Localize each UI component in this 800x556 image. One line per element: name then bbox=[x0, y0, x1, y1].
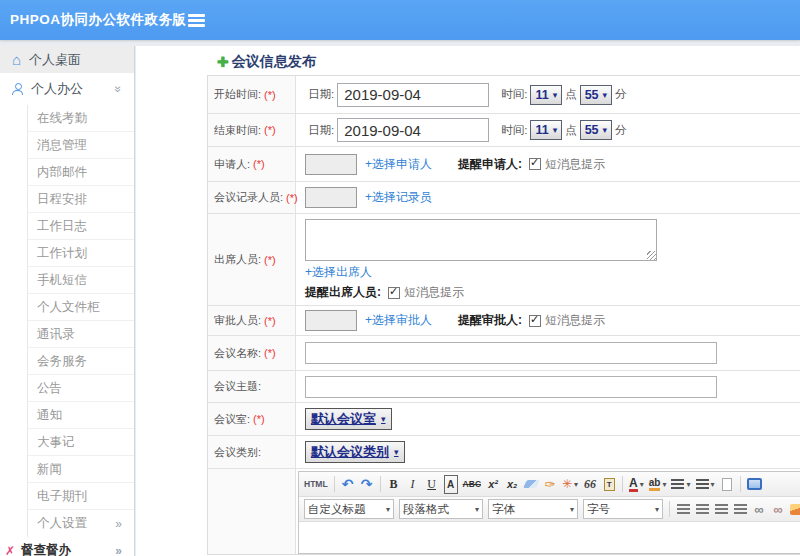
justify-icon[interactable] bbox=[733, 500, 747, 519]
sidebar-item-attendance[interactable]: 在线考勤 bbox=[28, 105, 134, 132]
remind-applicant-label: 提醒申请人: bbox=[458, 156, 522, 173]
editor-toolbar-row1: HTML ↶ ↷ B I U A ABC x² x₂ ✑ bbox=[299, 472, 800, 497]
end-minute-select[interactable]: 55 bbox=[580, 120, 612, 140]
sidebar-item-file-cabinet[interactable]: 个人文件柜 bbox=[28, 294, 134, 321]
sidebar-item-meeting-service[interactable]: 会务服务 bbox=[28, 348, 134, 375]
subscript-button[interactable]: x₂ bbox=[505, 475, 519, 494]
row-attendees: 出席人员: (*) +选择出席人 提醒出席人员: 短消息提示 bbox=[208, 214, 800, 306]
paste-icon[interactable]: T bbox=[602, 475, 616, 494]
font-family-select[interactable]: 字体 bbox=[488, 499, 578, 519]
italic-button[interactable]: I bbox=[406, 475, 420, 494]
remind-attendees-label: 提醒出席人员: bbox=[305, 284, 381, 301]
format-painter-icon[interactable]: ✳ bbox=[562, 475, 578, 494]
align-right-icon[interactable] bbox=[714, 500, 728, 519]
page-title: 会议信息发布 bbox=[232, 53, 316, 71]
link-icon[interactable]: ∞ bbox=[752, 500, 766, 519]
home-icon: ⌂ bbox=[12, 52, 21, 67]
align-left-icon[interactable] bbox=[676, 500, 690, 519]
hour-unit: 点 bbox=[565, 87, 577, 102]
recorder-label: 会议记录人员: bbox=[214, 190, 283, 205]
start-hour-select[interactable]: 11 bbox=[530, 85, 562, 105]
underline-button[interactable]: U bbox=[425, 475, 439, 494]
heading-select[interactable]: 自定义标题 bbox=[304, 499, 394, 519]
select-applicant-link[interactable]: +选择申请人 bbox=[365, 156, 432, 173]
fullscreen-icon[interactable] bbox=[747, 475, 762, 494]
sidebar-item-e-journal[interactable]: 电子期刊 bbox=[28, 483, 134, 510]
select-approver-link[interactable]: +选择审批人 bbox=[365, 312, 432, 329]
end-date-input[interactable] bbox=[337, 118, 489, 142]
unordered-list-icon[interactable] bbox=[696, 475, 715, 494]
align-center-icon[interactable] bbox=[695, 500, 709, 519]
meeting-room-select[interactable]: 默认会议室 bbox=[305, 408, 392, 430]
sidebar-item-label: 个人办公 bbox=[31, 80, 83, 98]
blockquote-button[interactable]: 66 bbox=[583, 475, 597, 494]
attendees-textarea[interactable] bbox=[305, 219, 657, 261]
row-editor: HTML ↶ ↷ B I U A ABC x² x₂ ✑ bbox=[208, 469, 800, 554]
sidebar-item-supervision[interactable]: ✗ 督查督办 » bbox=[0, 537, 134, 556]
font-color-button[interactable]: A bbox=[629, 475, 644, 494]
select-recorder-link[interactable]: +选择记录员 bbox=[365, 189, 432, 206]
sidebar-item-events[interactable]: 大事记 bbox=[28, 429, 134, 456]
select-attendees-link[interactable]: +选择出席人 bbox=[305, 265, 372, 279]
sidebar-item-label: 督查督办 bbox=[21, 542, 71, 556]
ordered-list-icon[interactable] bbox=[671, 475, 690, 494]
clean-format-icon[interactable]: ✑ bbox=[543, 475, 557, 494]
insert-image-icon[interactable] bbox=[790, 500, 800, 519]
bold-button[interactable]: B bbox=[387, 475, 401, 494]
start-date-input[interactable] bbox=[337, 83, 489, 107]
approver-input[interactable] bbox=[305, 310, 357, 331]
editor-content-area[interactable] bbox=[299, 522, 800, 548]
meeting-category-select[interactable]: 默认会议类别 bbox=[305, 441, 405, 463]
sidebar-item-desktop[interactable]: ⌂ 个人桌面 bbox=[0, 46, 134, 73]
sidebar-item-work-log[interactable]: 工作日志 bbox=[28, 213, 134, 240]
minute-unit: 分 bbox=[615, 87, 627, 102]
sidebar-item-office[interactable]: 个人办公 » bbox=[0, 73, 134, 105]
meeting-name-input[interactable] bbox=[305, 342, 717, 364]
recorder-input[interactable] bbox=[305, 187, 357, 208]
editor-toolbar-row2: 自定义标题 段落格式 字体 字号 ∞ ∞ bbox=[299, 497, 800, 522]
rich-text-editor: HTML ↶ ↷ B I U A ABC x² x₂ ✑ bbox=[298, 471, 800, 554]
sidebar-item-label: 个人设置 bbox=[37, 515, 87, 532]
sidebar-item-work-plan[interactable]: 工作计划 bbox=[28, 240, 134, 267]
sms-hint-label: 短消息提示 bbox=[404, 284, 464, 301]
chevron-right-icon: » bbox=[115, 544, 122, 556]
new-page-icon[interactable] bbox=[720, 475, 734, 494]
approver-sms-checkbox[interactable] bbox=[529, 315, 541, 327]
source-code-button[interactable]: HTML bbox=[304, 475, 328, 494]
required-mark: (*) bbox=[253, 158, 265, 170]
superscript-button[interactable]: x² bbox=[486, 475, 500, 494]
sidebar-item-contacts[interactable]: 通讯录 bbox=[28, 321, 134, 348]
sidebar-item-internal-mail[interactable]: 内部邮件 bbox=[28, 159, 134, 186]
end-hour-select[interactable]: 11 bbox=[530, 120, 562, 140]
strikethrough-button[interactable]: ABC bbox=[463, 475, 481, 494]
resize-grip[interactable] bbox=[647, 251, 656, 260]
font-size-select[interactable]: 字号 bbox=[583, 499, 663, 519]
sidebar-item-announcement[interactable]: 公告 bbox=[28, 375, 134, 402]
required-mark: (*) bbox=[264, 254, 276, 266]
sidebar-item-news[interactable]: 新闻 bbox=[28, 456, 134, 483]
applicant-input[interactable] bbox=[305, 154, 357, 175]
paragraph-format-select[interactable]: 段落格式 bbox=[399, 499, 483, 519]
sidebar-item-settings[interactable]: 个人设置 » bbox=[28, 510, 134, 537]
highlight-color-button[interactable]: ab bbox=[649, 475, 667, 494]
meeting-subject-input[interactable] bbox=[305, 376, 717, 398]
sidebar-item-messages[interactable]: 消息管理 bbox=[28, 132, 134, 159]
remind-approver-label: 提醒审批人: bbox=[458, 312, 522, 329]
sidebar-item-notice[interactable]: 通知 bbox=[28, 402, 134, 429]
row-recorder: 会议记录人员: (*) +选择记录员 bbox=[208, 182, 800, 214]
font-style-button[interactable]: A bbox=[444, 475, 458, 494]
unlink-icon[interactable]: ∞ bbox=[771, 500, 785, 519]
approver-label: 审批人员: bbox=[214, 313, 261, 328]
meeting-category-label: 会议类别: bbox=[214, 445, 261, 460]
start-minute-select[interactable]: 55 bbox=[580, 85, 612, 105]
redo-icon[interactable]: ↷ bbox=[360, 475, 374, 494]
applicant-sms-checkbox[interactable] bbox=[529, 158, 541, 170]
undo-icon[interactable]: ↶ bbox=[341, 475, 355, 494]
menu-toggle-icon[interactable] bbox=[188, 14, 205, 29]
sms-hint-label: 短消息提示 bbox=[545, 312, 605, 329]
eraser-icon[interactable] bbox=[524, 475, 538, 494]
sidebar-item-sms[interactable]: 手机短信 bbox=[28, 267, 134, 294]
attendees-label: 出席人员: bbox=[214, 252, 261, 267]
sidebar-item-schedule[interactable]: 日程安排 bbox=[28, 186, 134, 213]
attendees-sms-checkbox[interactable] bbox=[388, 287, 400, 299]
